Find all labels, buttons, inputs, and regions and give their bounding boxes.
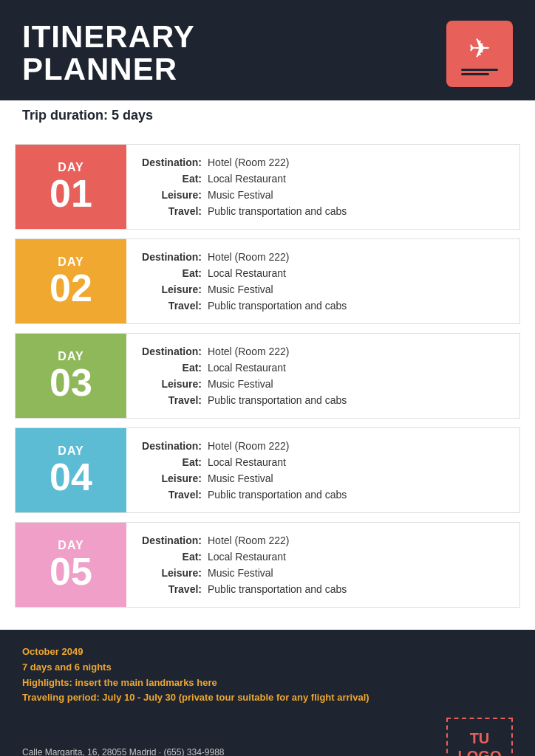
label-leisure-4: Leisure:	[141, 472, 208, 484]
day-label-4: DAY 04	[16, 428, 126, 512]
airplane-icon: ✈	[468, 33, 491, 64]
day-number-1: 01	[50, 174, 92, 213]
footer-logo-text: TULOGO	[458, 729, 502, 756]
value-destination-5: Hotel (Room 222)	[208, 535, 290, 546]
footer-traveling-period: Traveling period: July 10 - July 30 (pri…	[22, 690, 513, 706]
value-leisure-1: Music Festival	[208, 189, 273, 201]
header-icon-box: ✈	[446, 21, 513, 87]
label-destination-5: Destination:	[141, 535, 208, 546]
detail-eat-4: Eat: Local Restaurant	[141, 456, 505, 468]
label-travel-3: Travel:	[141, 394, 208, 406]
footer-highlights: October 2049 7 days and 6 nights Highlig…	[22, 645, 513, 706]
detail-eat-2: Eat: Local Restaurant	[141, 267, 505, 279]
value-destination-4: Hotel (Room 222)	[208, 440, 290, 452]
label-travel-4: Travel:	[141, 489, 208, 501]
value-eat-5: Local Restaurant	[208, 551, 286, 563]
day-label-1: DAY 01	[16, 145, 126, 229]
detail-eat-1: Eat: Local Restaurant	[141, 173, 505, 185]
label-eat-1: Eat:	[141, 173, 208, 185]
value-destination-2: Hotel (Room 222)	[208, 251, 290, 263]
day-number-3: 03	[50, 363, 92, 402]
value-travel-4: Public transportation and cabs	[208, 489, 347, 501]
label-destination-4: Destination:	[141, 440, 208, 452]
value-destination-1: Hotel (Room 222)	[208, 157, 290, 168]
trip-duration-bar: Trip duration: 5 days	[0, 100, 535, 131]
detail-leisure-1: Leisure: Music Festival	[141, 189, 505, 201]
detail-travel-4: Travel: Public transportation and cabs	[141, 489, 505, 501]
footer-contact: Calle Margarita, 16, 28055 Madrid · (655…	[22, 718, 513, 756]
main-content: DAY 01 Destination: Hotel (Room 222) Eat…	[0, 131, 535, 630]
label-leisure-5: Leisure:	[141, 567, 208, 579]
value-travel-3: Public transportation and cabs	[208, 394, 347, 406]
header: ITINERARY PLANNER ✈	[0, 0, 535, 100]
value-travel-2: Public transportation and cabs	[208, 300, 347, 312]
detail-leisure-4: Leisure: Music Festival	[141, 472, 505, 484]
detail-leisure-5: Leisure: Music Festival	[141, 567, 505, 579]
day-details-4: Destination: Hotel (Room 222) Eat: Local…	[126, 428, 519, 512]
detail-leisure-3: Leisure: Music Festival	[141, 378, 505, 390]
footer-date: October 2049	[22, 645, 513, 660]
detail-destination-1: Destination: Hotel (Room 222)	[141, 157, 505, 168]
value-eat-4: Local Restaurant	[208, 456, 286, 468]
label-destination-2: Destination:	[141, 251, 208, 263]
footer-logo-box: TULOGO	[446, 718, 513, 756]
label-travel-5: Travel:	[141, 583, 208, 595]
day-row-1: DAY 01 Destination: Hotel (Room 222) Eat…	[15, 144, 520, 230]
detail-leisure-2: Leisure: Music Festival	[141, 284, 505, 295]
value-eat-2: Local Restaurant	[208, 267, 286, 279]
days-container: DAY 01 Destination: Hotel (Room 222) Eat…	[15, 144, 520, 608]
value-leisure-3: Music Festival	[208, 378, 273, 390]
label-eat-3: Eat:	[141, 362, 208, 374]
detail-destination-2: Destination: Hotel (Room 222)	[141, 251, 505, 263]
detail-destination-5: Destination: Hotel (Room 222)	[141, 535, 505, 546]
day-row-4: DAY 04 Destination: Hotel (Room 222) Eat…	[15, 427, 520, 513]
day-row-3: DAY 03 Destination: Hotel (Room 222) Eat…	[15, 333, 520, 419]
day-number-5: 05	[50, 552, 92, 591]
trip-duration-text: Trip duration: 5 days	[22, 108, 153, 123]
label-travel-1: Travel:	[141, 205, 208, 217]
label-eat-5: Eat:	[141, 551, 208, 563]
detail-travel-5: Travel: Public transportation and cabs	[141, 583, 505, 595]
page-title: ITINERARY PLANNER	[22, 21, 195, 86]
footer-contact-info: Calle Margarita, 16, 28055 Madrid · (655…	[22, 745, 225, 756]
label-leisure-3: Leisure:	[141, 378, 208, 390]
day-number-4: 04	[50, 458, 92, 496]
detail-eat-3: Eat: Local Restaurant	[141, 362, 505, 374]
day-details-2: Destination: Hotel (Room 222) Eat: Local…	[126, 239, 519, 323]
day-label-3: DAY 03	[16, 334, 126, 418]
footer-address: Calle Margarita, 16, 28055 Madrid · (655…	[22, 745, 225, 756]
day-number-2: 02	[50, 269, 92, 307]
label-eat-2: Eat:	[141, 267, 208, 279]
day-row-5: DAY 05 Destination: Hotel (Room 222) Eat…	[15, 522, 520, 608]
value-leisure-2: Music Festival	[208, 284, 273, 295]
value-leisure-5: Music Festival	[208, 567, 273, 579]
detail-travel-1: Travel: Public transportation and cabs	[141, 205, 505, 217]
label-leisure-2: Leisure:	[141, 284, 208, 295]
value-eat-1: Local Restaurant	[208, 173, 286, 185]
footer-nights: 7 days and 6 nights	[22, 660, 513, 676]
label-travel-2: Travel:	[141, 300, 208, 312]
value-destination-3: Hotel (Room 222)	[208, 346, 290, 357]
value-leisure-4: Music Festival	[208, 472, 273, 484]
label-destination-3: Destination:	[141, 346, 208, 357]
icon-decoration	[461, 69, 498, 75]
detail-destination-4: Destination: Hotel (Room 222)	[141, 440, 505, 452]
detail-travel-3: Travel: Public transportation and cabs	[141, 394, 505, 406]
value-travel-1: Public transportation and cabs	[208, 205, 347, 217]
day-label-5: DAY 05	[16, 523, 126, 607]
day-details-5: Destination: Hotel (Room 222) Eat: Local…	[126, 523, 519, 607]
label-destination-1: Destination:	[141, 157, 208, 168]
day-row-2: DAY 02 Destination: Hotel (Room 222) Eat…	[15, 238, 520, 324]
day-details-1: Destination: Hotel (Room 222) Eat: Local…	[126, 145, 519, 229]
label-leisure-1: Leisure:	[141, 189, 208, 201]
value-eat-3: Local Restaurant	[208, 362, 286, 374]
day-details-3: Destination: Hotel (Room 222) Eat: Local…	[126, 334, 519, 418]
detail-eat-5: Eat: Local Restaurant	[141, 551, 505, 563]
detail-destination-3: Destination: Hotel (Room 222)	[141, 346, 505, 357]
footer-highlights-text: Highlights: insert the main landmarks he…	[22, 676, 513, 691]
footer: October 2049 7 days and 6 nights Highlig…	[0, 630, 535, 756]
value-travel-5: Public transportation and cabs	[208, 583, 347, 595]
detail-travel-2: Travel: Public transportation and cabs	[141, 300, 505, 312]
day-label-2: DAY 02	[16, 239, 126, 323]
label-eat-4: Eat:	[141, 456, 208, 468]
